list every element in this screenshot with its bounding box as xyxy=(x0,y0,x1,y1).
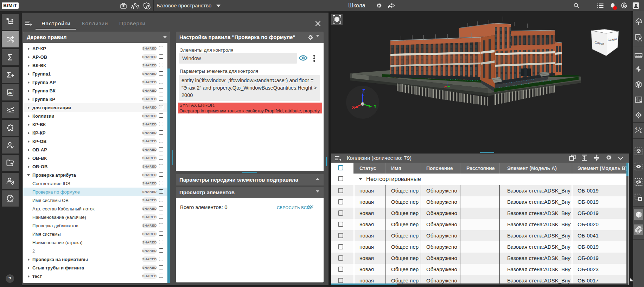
svg-text:2D: 2D xyxy=(8,91,12,94)
svg-text:1: 1 xyxy=(636,127,637,129)
svg-text:Z: Z xyxy=(362,88,365,93)
svg-text:X: X xyxy=(352,105,355,110)
svg-text:Y: Y xyxy=(374,104,377,109)
svg-text:2: 2 xyxy=(639,127,640,129)
